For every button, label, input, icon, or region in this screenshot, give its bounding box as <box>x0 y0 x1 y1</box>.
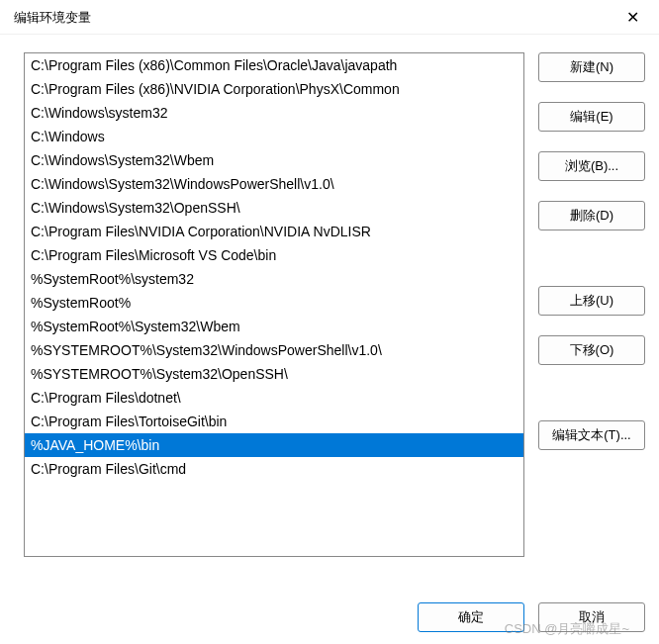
path-list-item[interactable]: C:\Program Files\dotnet\ <box>25 386 523 410</box>
path-list-item[interactable]: C:\Windows\system32 <box>25 101 523 125</box>
path-list-item[interactable]: C:\Program Files\Git\cmd <box>25 457 523 481</box>
path-list-item[interactable]: C:\Windows\System32\OpenSSH\ <box>25 196 523 220</box>
path-list-item[interactable]: C:\Windows <box>25 125 523 148</box>
close-icon[interactable]: ✕ <box>620 8 645 28</box>
spacer <box>538 250 645 286</box>
edit-button[interactable]: 编辑(E) <box>538 102 645 132</box>
side-button-column: 新建(N) 编辑(E) 浏览(B)... 删除(D) 上移(U) 下移(O) 编… <box>538 52 645 557</box>
cancel-button[interactable]: 取消 <box>538 602 645 632</box>
new-button[interactable]: 新建(N) <box>538 52 645 82</box>
ok-button[interactable]: 确定 <box>418 602 524 632</box>
dialog-content: C:\Program Files (x86)\Common Files\Orac… <box>0 35 659 557</box>
path-list-item[interactable]: %SystemRoot%\System32\Wbem <box>25 315 523 338</box>
move-up-button[interactable]: 上移(U) <box>538 286 645 316</box>
edit-text-button[interactable]: 编辑文本(T)... <box>538 420 645 450</box>
path-list-item[interactable]: %SYSTEMROOT%\System32\OpenSSH\ <box>25 362 523 386</box>
path-listbox[interactable]: C:\Program Files (x86)\Common Files\Orac… <box>24 52 524 557</box>
titlebar: 编辑环境变量 ✕ <box>0 0 659 35</box>
path-list-item[interactable]: C:\Program Files\NVIDIA Corporation\NVID… <box>25 220 523 243</box>
path-list-item[interactable]: C:\Program Files (x86)\Common Files\Orac… <box>25 53 523 77</box>
window-title: 编辑环境变量 <box>14 9 91 27</box>
dialog-bottom-row: 确定 取消 <box>418 602 645 632</box>
path-list-item[interactable]: C:\Program Files (x86)\NVIDIA Corporatio… <box>25 77 523 101</box>
browse-button[interactable]: 浏览(B)... <box>538 151 645 181</box>
path-list-item[interactable]: C:\Program Files\TortoiseGit\bin <box>25 410 523 433</box>
delete-button[interactable]: 删除(D) <box>538 201 645 230</box>
spacer <box>538 385 645 420</box>
path-list-item[interactable]: C:\Windows\System32\WindowsPowerShell\v1… <box>25 172 523 196</box>
path-list-item[interactable]: C:\Program Files\Microsoft VS Code\bin <box>25 243 523 267</box>
path-list-item[interactable]: %SystemRoot%\system32 <box>25 267 523 291</box>
path-list-item[interactable]: %SystemRoot% <box>25 291 523 315</box>
path-list-item[interactable]: %JAVA_HOME%\bin <box>25 433 523 457</box>
path-list-item[interactable]: C:\Windows\System32\Wbem <box>25 148 523 172</box>
move-down-button[interactable]: 下移(O) <box>538 335 645 365</box>
path-list-item[interactable]: %SYSTEMROOT%\System32\WindowsPowerShell\… <box>25 338 523 362</box>
